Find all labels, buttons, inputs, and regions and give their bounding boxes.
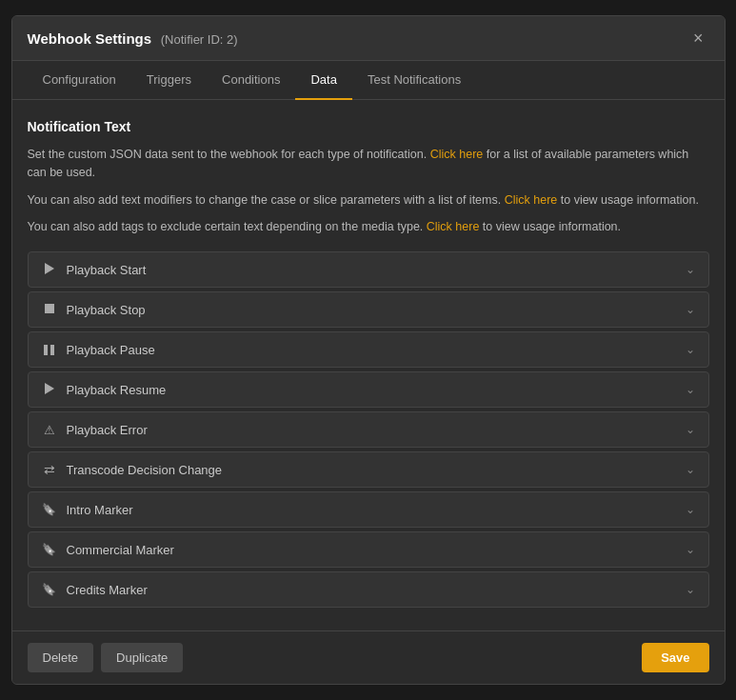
modal-subtitle: (Notifier ID: 2) [161, 32, 238, 47]
tab-conditions[interactable]: Conditions [207, 61, 295, 100]
modal-title: Webhook Settings [28, 30, 152, 47]
modal-header: Webhook Settings (Notifier ID: 2) × [12, 16, 725, 61]
footer-left-buttons: Delete Duplicate [28, 643, 184, 672]
webhook-settings-modal: Webhook Settings (Notifier ID: 2) × Conf… [11, 15, 726, 685]
tab-test-notifications[interactable]: Test Notifications [352, 61, 476, 100]
accordion-label-playback-pause: Playback Pause [67, 343, 155, 357]
accordion-item-playback-resume[interactable]: Playback Resume ⌄ [28, 371, 709, 408]
chevron-down-icon: ⌄ [686, 343, 695, 356]
bookmark-icon-credits [42, 582, 57, 597]
accordion-item-playback-error[interactable]: Playback Error ⌄ [28, 411, 709, 448]
tab-configuration[interactable]: Configuration [28, 61, 131, 100]
bookmark-icon-commercial [42, 542, 57, 557]
pause-icon [42, 342, 57, 357]
duplicate-button[interactable]: Duplicate [101, 643, 183, 672]
tab-data[interactable]: Data [295, 61, 351, 100]
accordion-item-intro-marker[interactable]: Intro Marker ⌄ [28, 491, 709, 528]
info-paragraph-1: Set the custom JSON data sent to the web… [28, 146, 709, 182]
tab-triggers[interactable]: Triggers [131, 61, 207, 100]
accordion-item-playback-start[interactable]: Playback Start ⌄ [28, 251, 709, 288]
chevron-down-icon: ⌄ [686, 383, 695, 396]
accordion-label-playback-error: Playback Error [67, 423, 148, 437]
accordion-item-commercial-marker[interactable]: Commercial Marker ⌄ [28, 531, 709, 568]
stop-icon [42, 302, 57, 317]
play-icon-resume [42, 382, 57, 397]
accordion-item-playback-stop[interactable]: Playback Stop ⌄ [28, 291, 709, 328]
accordion-label-playback-stop: Playback Stop [67, 303, 146, 317]
accordion-list: Playback Start ⌄ Playback Stop ⌄ Playbac… [28, 251, 709, 608]
accordion-label-intro-marker: Intro Marker [67, 503, 133, 517]
modal-title-area: Webhook Settings (Notifier ID: 2) [28, 30, 238, 47]
delete-button[interactable]: Delete [28, 643, 94, 672]
chevron-down-icon: ⌄ [686, 583, 695, 596]
chevron-down-icon: ⌄ [686, 263, 695, 276]
warning-icon [42, 422, 57, 437]
play-icon [42, 262, 57, 277]
click-here-link-3[interactable]: Click here [427, 220, 480, 233]
info-paragraph-3: You can also add tags to exclude certain… [28, 218, 709, 236]
bookmark-icon-intro [42, 502, 57, 517]
accordion-item-playback-pause[interactable]: Playback Pause ⌄ [28, 331, 709, 368]
chevron-down-icon: ⌄ [686, 303, 695, 316]
accordion-label-credits-marker: Credits Marker [67, 583, 148, 597]
accordion-label-playback-start: Playback Start [67, 263, 147, 277]
save-button[interactable]: Save [642, 643, 708, 672]
chevron-down-icon: ⌄ [686, 543, 695, 556]
chevron-down-icon: ⌄ [686, 423, 695, 436]
chevron-down-icon: ⌄ [686, 463, 695, 476]
modal-overlay: Webhook Settings (Notifier ID: 2) × Conf… [0, 0, 736, 700]
modal-body: Notification Text Set the custom JSON da… [12, 100, 725, 630]
accordion-item-credits-marker[interactable]: Credits Marker ⌄ [28, 571, 709, 608]
accordion-item-transcode-decision[interactable]: Transcode Decision Change ⌄ [28, 451, 709, 488]
click-here-link-2[interactable]: Click here [505, 193, 558, 207]
modal-footer: Delete Duplicate Save [12, 630, 725, 684]
accordion-label-playback-resume: Playback Resume [67, 383, 167, 397]
transcode-icon [42, 462, 57, 477]
close-button[interactable]: × [687, 28, 709, 49]
click-here-link-1[interactable]: Click here [430, 148, 484, 161]
chevron-down-icon: ⌄ [686, 503, 695, 516]
accordion-label-commercial-marker: Commercial Marker [67, 543, 174, 557]
info-paragraph-2: You can also add text modifiers to chang… [28, 191, 709, 210]
section-title: Notification Text [28, 119, 709, 134]
tab-bar: Configuration Triggers Conditions Data T… [12, 61, 725, 100]
accordion-label-transcode-decision: Transcode Decision Change [67, 463, 223, 477]
